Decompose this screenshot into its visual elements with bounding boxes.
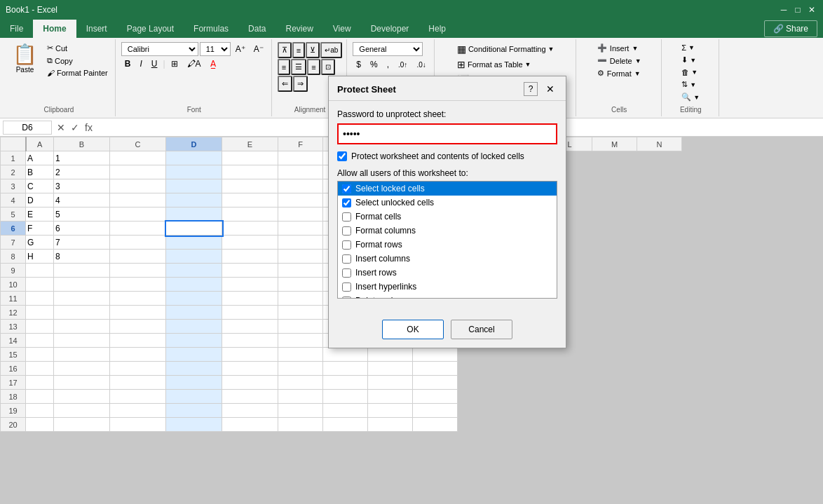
row-header-15[interactable]: 15 [1,348,26,362]
paste-button[interactable]: 📋 Paste [7,42,43,76]
cell-B11[interactable] [54,292,110,306]
number-format-select[interactable]: General [353,42,423,56]
cell-C8[interactable] [110,250,166,264]
cell-G15[interactable] [323,348,368,362]
cell-C14[interactable] [110,334,166,348]
align-bottom-btn[interactable]: ⊻ [306,42,320,58]
wrap-text-btn[interactable]: ↵ab [320,42,342,58]
col-header-E[interactable]: E [222,137,278,151]
cell-G20[interactable] [323,418,368,432]
cell-C13[interactable] [110,320,166,334]
cell-E13[interactable] [222,320,278,334]
cell-D3[interactable] [166,179,222,193]
cell-E1[interactable] [222,151,278,165]
tab-review[interactable]: Review [276,20,322,38]
cell-E11[interactable] [222,292,278,306]
cell-B18[interactable] [54,390,110,404]
cell-C17[interactable] [110,376,166,390]
cell-D2[interactable] [166,165,222,179]
col-header-F[interactable]: F [278,137,323,151]
list-item[interactable]: Insert hyperlinks [338,280,557,294]
password-input[interactable] [337,123,557,144]
cell-F15[interactable] [278,348,323,362]
cell-D18[interactable] [166,390,222,404]
cell-F1[interactable] [278,151,323,165]
cell-I16[interactable] [413,362,458,376]
cell-D11[interactable] [166,292,222,306]
cell-F9[interactable] [278,264,323,278]
share-button[interactable]: 🔗 Share [764,20,817,37]
cell-D15[interactable] [166,348,222,362]
cell-C2[interactable] [110,165,166,179]
delete-cells-button[interactable]: ➖ Delete ▼ [593,55,646,67]
cell-F2[interactable] [278,165,323,179]
align-center-btn[interactable]: ☰ [291,59,306,75]
cell-A15[interactable] [26,348,54,362]
insert-function-icon[interactable]: fx [83,122,95,133]
increase-font-btn[interactable]: A⁺ [232,43,249,55]
cell-A5[interactable]: E [26,207,54,222]
list-item[interactable]: Delete columns [338,294,557,299]
cell-B12[interactable] [54,306,110,320]
list-item-checkbox-0[interactable] [342,184,351,193]
protect-worksheet-checkbox[interactable] [337,151,347,161]
cell-B5[interactable]: 5 [54,207,110,222]
cell-F14[interactable] [278,334,323,348]
cell-C9[interactable] [110,264,166,278]
cell-C3[interactable] [110,179,166,193]
list-item[interactable]: Select unlocked cells [338,196,557,210]
dialog-close-button[interactable]: ✕ [543,82,557,96]
cell-G16[interactable] [323,362,368,376]
cell-E15[interactable] [222,348,278,362]
col-header-B[interactable]: B [54,137,110,151]
tab-page-layout[interactable]: Page Layout [117,20,184,38]
row-header-5[interactable]: 5 [1,207,26,222]
cell-A1[interactable]: A [26,151,54,165]
font-name-select[interactable]: Calibri [121,42,198,56]
cell-E6[interactable] [222,222,278,236]
cell-A19[interactable] [26,404,54,418]
cell-C18[interactable] [110,390,166,404]
cell-E16[interactable] [222,362,278,376]
cell-F18[interactable] [278,390,323,404]
row-header-3[interactable]: 3 [1,179,26,193]
cell-D19[interactable] [166,404,222,418]
row-header-7[interactable]: 7 [1,236,26,250]
fill-color-button[interactable]: 🖍A [184,57,205,70]
row-header-17[interactable]: 17 [1,376,26,390]
cell-B2[interactable]: 2 [54,165,110,179]
col-header-M[interactable]: M [592,137,637,151]
row-header-11[interactable]: 11 [1,292,26,306]
decimal-up-btn[interactable]: .0↑ [395,58,411,71]
decrease-font-btn[interactable]: A⁻ [250,43,267,55]
cell-E19[interactable] [222,404,278,418]
fill-button[interactable]: ⬇ ▼ [679,54,702,66]
cell-H18[interactable] [368,390,413,404]
tab-file[interactable]: File [0,20,33,38]
row-header-2[interactable]: 2 [1,165,26,179]
cell-A3[interactable]: C [26,179,54,193]
list-item-checkbox-2[interactable] [342,212,351,222]
cell-B17[interactable] [54,376,110,390]
cell-B10[interactable] [54,278,110,292]
decimal-down-btn[interactable]: .0↓ [413,58,429,71]
cell-D5[interactable] [166,207,222,222]
find-select-button[interactable]: 🔍 ▼ [679,91,702,103]
underline-button[interactable]: U [148,57,161,70]
cell-G17[interactable] [323,376,368,390]
cell-B3[interactable]: 3 [54,179,110,193]
cell-C12[interactable] [110,306,166,320]
cell-D16[interactable] [166,362,222,376]
cell-reference-input[interactable] [3,121,52,135]
cell-A11[interactable] [26,292,54,306]
list-item-checkbox-6[interactable] [342,268,351,278]
insert-cells-button[interactable]: ➕ Insert ▼ [593,42,646,54]
list-item[interactable]: Insert rows [338,266,557,280]
format-painter-button[interactable]: 🖌 Format Painter [44,67,111,79]
cell-F17[interactable] [278,376,323,390]
cell-E14[interactable] [222,334,278,348]
cell-B15[interactable] [54,348,110,362]
cell-B6[interactable]: 6 [54,222,110,236]
font-color-button[interactable]: A̲ [207,57,219,70]
cell-B16[interactable] [54,362,110,376]
